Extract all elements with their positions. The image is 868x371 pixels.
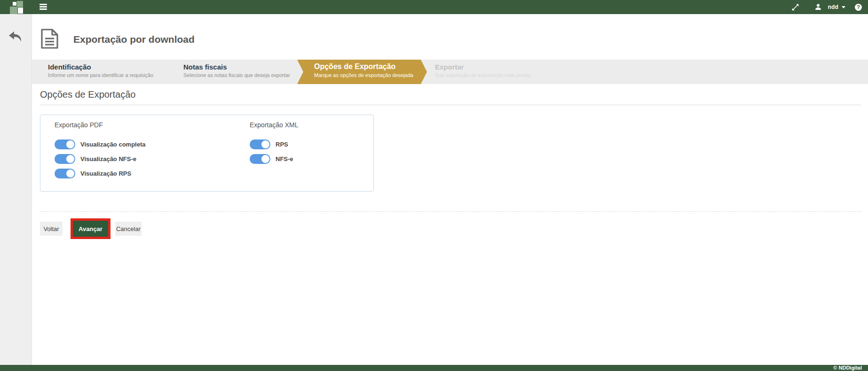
avancar-button[interactable]: Avançar (73, 221, 108, 237)
hamburger-menu-icon[interactable] (39, 4, 47, 10)
pdf-column-heading: Exportação PDF (55, 121, 146, 129)
document-icon (40, 29, 59, 51)
copyright-label: © NDDigital (833, 365, 862, 371)
back-arrow-icon[interactable] (8, 31, 24, 43)
wizard-step-notas-fiscais[interactable]: Notas fiscais Selecione as notas fiscais… (183, 60, 290, 84)
section-heading: Opções de Exportação (40, 89, 861, 105)
toggle-row: Visualização completa (55, 139, 146, 149)
toggle-row: NFS-e (250, 154, 299, 164)
left-sidebar (0, 14, 32, 365)
wizard-steps-bar: Identificação Informe um nome para ident… (32, 60, 868, 84)
toggle-visualizacao-completa[interactable] (55, 139, 75, 149)
toggle-label: RPS (276, 141, 288, 148)
highlight-annotation-box: Avançar (71, 218, 110, 239)
toggle-knob (261, 155, 270, 163)
step-subtitle: Selecione as notas fiscais que deseja ex… (183, 71, 290, 78)
xml-column-heading: Exportação XML (250, 121, 299, 129)
toggle-knob (261, 140, 270, 149)
xml-options-column: Exportação XML RPS NFS-e (250, 121, 299, 168)
caret-down-icon[interactable] (842, 6, 845, 8)
page-title: Exportação por download (73, 34, 195, 45)
step-subtitle: Sua requisição de exportação está pronta (435, 71, 531, 78)
main-content: Exportação por download Identificação In… (32, 14, 868, 365)
toggle-row: Visualização RPS (55, 168, 146, 178)
toggle-label: NFS-e (276, 155, 293, 162)
app-logo-icon[interactable] (0, 0, 28, 14)
toggle-knob (66, 155, 75, 163)
toggle-knob (66, 169, 75, 178)
step-title: Opções de Exportação (297, 60, 427, 71)
dashed-separator (40, 211, 861, 212)
help-icon[interactable]: ? (855, 4, 862, 11)
wizard-step-exportar-disabled: Exportar Sua requisição de exportação es… (435, 60, 531, 84)
toggle-label: Visualização NFS-e (80, 155, 136, 162)
step-subtitle: Marque as opções de exportação desejada (297, 71, 427, 78)
toggle-visualizacao-rps[interactable] (55, 169, 75, 178)
toggle-label: Visualização completa (80, 141, 146, 148)
user-icon[interactable] (814, 3, 822, 11)
username-label[interactable]: ndd (828, 4, 838, 10)
wizard-step-opcoes-exportacao-active[interactable]: Opções de Exportação Marque as opções de… (297, 60, 427, 84)
step-title: Notas fiscais (183, 60, 290, 71)
export-options-panel: Exportação PDF Visualização completa Vis… (40, 115, 374, 192)
top-bar: ndd ? (0, 0, 868, 14)
toggle-row: Visualização NFS-e (55, 154, 146, 164)
footer-bar: © NDDigital (0, 365, 868, 371)
toggle-visualizacao-nfse[interactable] (55, 154, 75, 164)
step-title: Identificação (48, 60, 153, 71)
toggle-xml-rps[interactable] (250, 139, 270, 149)
step-subtitle: Informe um nome para identificar a requi… (48, 71, 153, 78)
wizard-step-identificacao[interactable]: Identificação Informe um nome para ident… (48, 60, 153, 84)
fullscreen-icon[interactable] (791, 3, 799, 11)
toggle-xml-nfse[interactable] (250, 154, 270, 164)
app-window: ndd ? Exportação por download (0, 0, 868, 371)
voltar-button[interactable]: Voltar (40, 222, 63, 236)
toggle-knob (66, 140, 75, 149)
toggle-row: RPS (250, 139, 299, 149)
step-title: Exportar (435, 60, 531, 71)
pdf-options-column: Exportação PDF Visualização completa Vis… (55, 121, 146, 183)
cancelar-button[interactable]: Cancelar (115, 222, 142, 236)
toggle-label: Visualização RPS (80, 170, 131, 177)
